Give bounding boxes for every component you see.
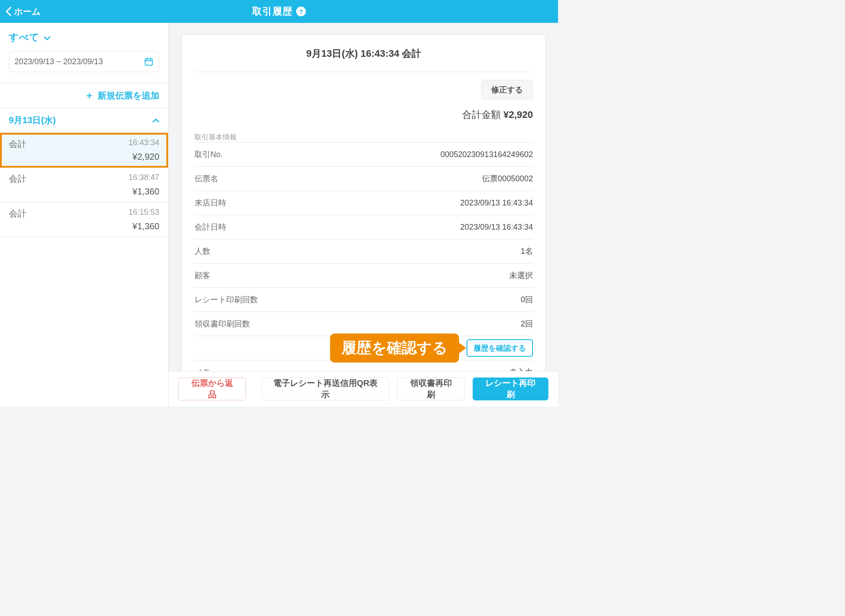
tx-time: 16:15:53 bbox=[129, 208, 159, 220]
v: 未選択 bbox=[509, 270, 533, 281]
detail-pane: 9月13日(水) 16:43:34 会計 修正する 合計金額 ¥2,920 取引… bbox=[169, 23, 558, 407]
reprint-invoice-button[interactable]: 領収書再印刷 bbox=[397, 378, 465, 400]
topbar: ホーム 取引履歴 ? bbox=[0, 0, 558, 23]
chevron-left-icon bbox=[5, 7, 11, 16]
page-title-wrap: 取引履歴 ? bbox=[252, 5, 306, 18]
add-slip-label: 新規伝票を追加 bbox=[98, 90, 159, 102]
tx-amount: ¥1,360 bbox=[132, 187, 159, 197]
tx-amount: ¥2,920 bbox=[132, 152, 159, 162]
tx-amount: ¥1,360 bbox=[132, 221, 159, 231]
v: 伝票00050002 bbox=[482, 173, 533, 184]
row-slip-name: 伝票名 伝票00050002 bbox=[195, 166, 533, 191]
callout-tooltip: 履歴を確認する bbox=[330, 334, 459, 363]
page-title: 取引履歴 bbox=[252, 5, 293, 18]
tx-label: 会計 bbox=[9, 208, 26, 220]
help-icon[interactable]: ? bbox=[296, 7, 306, 16]
k: 領収書印刷回数 bbox=[195, 319, 250, 329]
back-home[interactable]: ホーム bbox=[5, 0, 40, 23]
row-people: 人数 1名 bbox=[195, 239, 533, 263]
date-range-input[interactable]: 2023/09/13 ~ 2023/09/13 bbox=[9, 51, 159, 72]
transaction-item[interactable]: 会計 16:15:53 ¥1,360 bbox=[0, 202, 168, 237]
view-history-button[interactable]: 履歴を確認する bbox=[467, 339, 533, 357]
transaction-item[interactable]: 会計 16:43:34 ¥2,920 bbox=[0, 133, 168, 168]
detail-title: 9月13日(水) 16:43:34 会計 bbox=[195, 35, 533, 72]
v: 2023/09/13 16:43:34 bbox=[460, 198, 533, 208]
svg-rect-0 bbox=[145, 59, 153, 66]
transaction-list: 会計 16:43:34 ¥2,920 会計 16:38:47 ¥1,360 会計… bbox=[0, 133, 168, 237]
date-group-label: 9月13日(水) bbox=[9, 114, 56, 126]
tx-time: 16:38:47 bbox=[129, 173, 159, 185]
v: 2023/09/13 16:43:34 bbox=[460, 223, 533, 232]
v: 未入力 bbox=[509, 367, 533, 371]
row-customer: 顧客 未選択 bbox=[195, 263, 533, 287]
k: 顧客 bbox=[195, 270, 210, 281]
row-paid-time: 会計日時 2023/09/13 16:43:34 bbox=[195, 215, 533, 239]
tx-label: 会計 bbox=[9, 138, 26, 150]
k: 取引No. bbox=[195, 149, 223, 160]
add-slip-button[interactable]: ＋ 新規伝票を追加 bbox=[0, 83, 168, 108]
edit-button[interactable]: 修正する bbox=[481, 80, 533, 99]
k: レシート印刷回数 bbox=[195, 294, 258, 305]
k: 会計日時 bbox=[195, 222, 226, 232]
v: 2回 bbox=[521, 319, 533, 329]
calendar-icon bbox=[144, 57, 154, 66]
tx-label: 会計 bbox=[9, 173, 26, 185]
tx-time: 16:43:34 bbox=[129, 138, 159, 150]
v: 0回 bbox=[521, 294, 533, 305]
v: 000520230913164249602 bbox=[441, 150, 533, 159]
v: 1名 bbox=[521, 246, 533, 257]
return-from-slip-button[interactable]: 伝票から返品 bbox=[178, 378, 246, 400]
grand-total: 合計金額 ¥2,920 bbox=[195, 99, 533, 132]
back-label: ホーム bbox=[14, 6, 40, 18]
date-range-value: 2023/09/13 ~ 2023/09/13 bbox=[15, 57, 103, 66]
footer-toolbar: 伝票から返品 電子レシート再送信用QR表示 領収書再印刷 レシート再印刷 bbox=[169, 371, 558, 407]
plus-icon: ＋ bbox=[84, 89, 94, 102]
row-invoice-print-count: 領収書印刷回数 2回 bbox=[195, 312, 533, 336]
grand-total-amount: ¥2,920 bbox=[503, 109, 533, 121]
filter-all[interactable]: すべて bbox=[9, 31, 51, 44]
section-basic-label: 取引基本情報 bbox=[195, 133, 533, 142]
k: 伝票名 bbox=[195, 173, 218, 184]
grand-total-label: 合計金額 bbox=[462, 108, 501, 121]
resend-qr-button[interactable]: 電子レシート再送信用QR表示 bbox=[262, 378, 389, 400]
k: 来店日時 bbox=[195, 198, 226, 208]
date-group-header[interactable]: 9月13日(水) bbox=[0, 108, 168, 133]
chevron-up-icon bbox=[152, 115, 159, 125]
row-visit-time: 来店日時 2023/09/13 16:43:34 bbox=[195, 191, 533, 215]
filter-label: すべて bbox=[9, 31, 39, 44]
row-receipt-print-count: レシート印刷回数 0回 bbox=[195, 287, 533, 312]
sidebar: すべて 2023/09/13 ~ 2023/09/13 ＋ 新規伝票を追加 9月… bbox=[0, 23, 169, 407]
k: メモ bbox=[195, 367, 210, 371]
reprint-receipt-button[interactable]: レシート再印刷 bbox=[473, 378, 548, 400]
row-transaction-no: 取引No. 000520230913164249602 bbox=[195, 142, 533, 166]
k: 人数 bbox=[195, 246, 210, 257]
transaction-item[interactable]: 会計 16:38:47 ¥1,360 bbox=[0, 168, 168, 202]
chevron-down-icon bbox=[44, 32, 51, 44]
history-row: 履歴を確認する 履歴を確認する bbox=[195, 336, 533, 360]
